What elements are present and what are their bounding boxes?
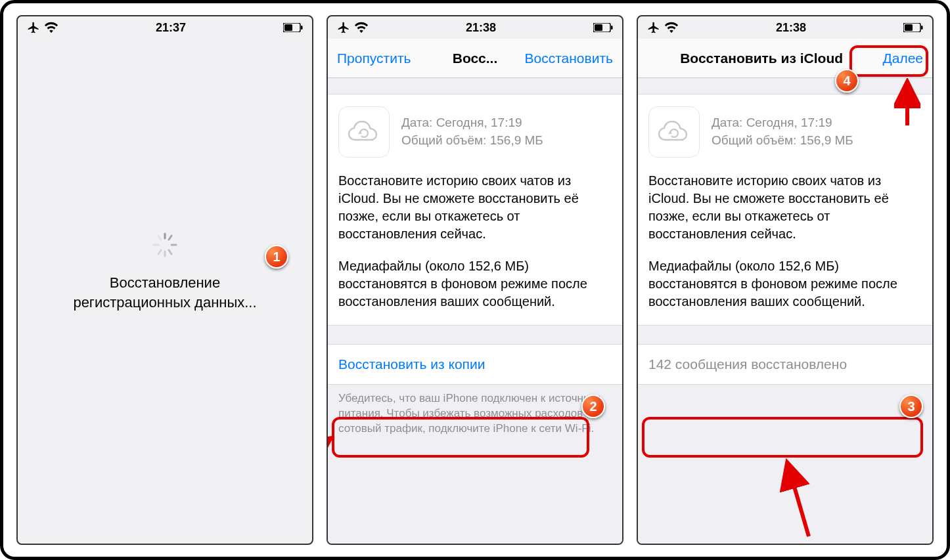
wifi-icon xyxy=(354,22,369,33)
callout-4: 4 xyxy=(835,69,859,93)
cloud-refresh-icon xyxy=(338,106,390,158)
airplane-mode-icon xyxy=(647,21,660,34)
backup-size: Общий объём: 156,9 МБ xyxy=(401,132,543,150)
backup-size: Общий объём: 156,9 МБ xyxy=(712,132,853,150)
svg-rect-2 xyxy=(301,26,303,30)
svg-rect-16 xyxy=(905,24,913,31)
restore-description-2: Медиафайлы (около 152,6 МБ) восстановятс… xyxy=(338,257,612,311)
battery-icon xyxy=(283,23,303,32)
status-time: 21:38 xyxy=(776,21,806,35)
restore-description-2: Медиафайлы (около 152,6 МБ) восстановятс… xyxy=(648,257,922,311)
restore-from-copy-row[interactable]: Восстановить из копии xyxy=(328,344,622,385)
wifi-icon xyxy=(664,22,679,33)
wifi-icon xyxy=(44,22,58,33)
nav-bar: Восстановить из iCloud Далее xyxy=(638,39,932,78)
status-time: 21:38 xyxy=(466,21,496,35)
restore-description-1: Восстановите историю своих чатов из iClo… xyxy=(648,172,922,243)
nav-title: Восстановить из iCloud xyxy=(680,51,843,66)
nav-restore-button[interactable]: Восстановить xyxy=(525,51,613,66)
restore-status-text: 142 сообщения восстановлено xyxy=(648,356,847,372)
svg-rect-12 xyxy=(595,24,602,31)
callout-2: 2 xyxy=(581,395,605,418)
nav-skip-button[interactable]: Пропустить xyxy=(337,51,411,66)
svg-line-6 xyxy=(169,250,171,254)
nav-bar: Пропустить Восс... Восстановить xyxy=(328,39,622,78)
tutorial-stage: 21:37 xyxy=(0,0,950,560)
svg-rect-1 xyxy=(284,24,292,31)
svg-rect-17 xyxy=(921,26,923,30)
spinner-icon xyxy=(151,231,179,259)
airplane-mode-icon xyxy=(337,21,350,34)
battery-icon xyxy=(903,23,923,32)
loading-area: Восстановление регистрационных данных... xyxy=(18,39,312,544)
phone-screen-1: 21:37 xyxy=(16,15,313,545)
status-bar: 21:38 xyxy=(638,16,932,39)
callout-3: 3 xyxy=(899,395,923,418)
wifi-power-note: Убедитесь, что ваш iPhone подключен к ис… xyxy=(328,385,622,437)
cloud-refresh-icon xyxy=(648,106,700,158)
backup-card: Дата: Сегодня, 17:19 Общий объём: 156,9 … xyxy=(638,94,932,326)
status-bar: 21:38 xyxy=(328,16,622,39)
nav-next-button[interactable]: Далее xyxy=(882,51,923,66)
svg-rect-13 xyxy=(611,26,613,30)
phone-screen-3: 21:38 Восстановить из iCloud Далее Дата:… xyxy=(637,15,934,545)
restore-status-row: 142 сообщения восстановлено xyxy=(638,344,932,385)
battery-icon xyxy=(593,23,613,32)
backup-date: Дата: Сегодня, 17:19 xyxy=(712,114,853,132)
content-area: Дата: Сегодня, 17:19 Общий объём: 156,9 … xyxy=(328,78,622,544)
backup-meta: Дата: Сегодня, 17:19 Общий объём: 156,9 … xyxy=(712,114,853,149)
loading-text: Восстановление регистрационных данных... xyxy=(73,273,256,312)
backup-card: Дата: Сегодня, 17:19 Общий объём: 156,9 … xyxy=(328,94,622,326)
svg-line-10 xyxy=(158,236,161,240)
svg-line-4 xyxy=(169,236,171,240)
airplane-mode-icon xyxy=(27,21,40,34)
backup-date: Дата: Сегодня, 17:19 xyxy=(401,114,543,132)
backup-meta: Дата: Сегодня, 17:19 Общий объём: 156,9 … xyxy=(401,114,543,149)
restore-description-1: Восстановите историю своих чатов из iClo… xyxy=(338,172,612,243)
restore-from-copy-button[interactable]: Восстановить из копии xyxy=(338,356,485,372)
svg-line-8 xyxy=(158,250,161,254)
status-bar: 21:37 xyxy=(18,16,312,39)
content-area: Дата: Сегодня, 17:19 Общий объём: 156,9 … xyxy=(638,78,932,544)
status-time: 21:37 xyxy=(156,21,186,35)
nav-title: Восс... xyxy=(453,51,498,66)
phone-screen-2: 21:38 Пропустить Восс... Восстановить Да… xyxy=(327,15,623,545)
callout-1: 1 xyxy=(265,245,288,269)
